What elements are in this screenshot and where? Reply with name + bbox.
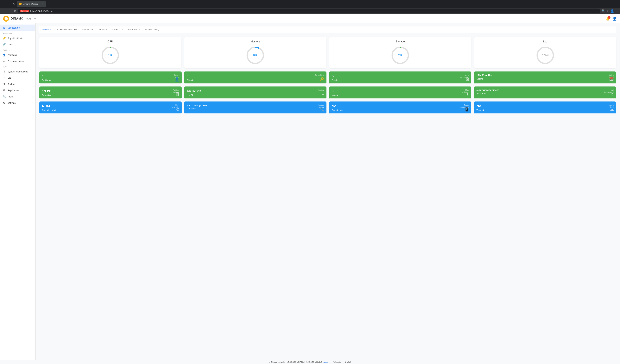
sidebar-item-replication[interactable]: ⊟ Replication bbox=[0, 87, 35, 93]
footer-company: Dinamo Networks bbox=[271, 361, 285, 363]
maximize-button[interactable]: ◻ bbox=[7, 2, 11, 6]
stat-uptime-label: Uptime bbox=[477, 78, 614, 80]
tab-general[interactable]: GENERAL bbox=[41, 27, 53, 33]
browser-window-controls[interactable]: — ◻ ✕ bbox=[2, 2, 16, 6]
storage-gauge-card: Storage 2% bbox=[329, 37, 471, 68]
log-gauge-title: Log bbox=[478, 40, 613, 43]
active-browser-tab[interactable]: Dinamo Webcon ✕ bbox=[17, 1, 46, 7]
dashboards-icon: ⊞ bbox=[2, 26, 6, 29]
backup-icon: ↺ bbox=[2, 82, 6, 86]
stat-base-size: 19 kB Base Size Partitions and objects 🗄 bbox=[39, 87, 182, 99]
stat-remote-access-label: Remote access bbox=[332, 109, 469, 111]
sidebar-item-log[interactable]: ≡ Log bbox=[0, 75, 35, 81]
stat-uptime: 17h 33m 49s Uptime Uptime period 📅 bbox=[474, 72, 616, 84]
sidebar-item-tools[interactable]: 🔧 Tools bbox=[0, 93, 35, 100]
hamburger-menu-icon[interactable]: ≡ bbox=[34, 17, 36, 20]
browser-chrome: — ◻ ✕ Dinamo Webcon ✕ + ⋮ bbox=[0, 0, 620, 8]
logo-icon bbox=[3, 16, 9, 22]
stat-partitions: 1 Partitions Storage areas 👤 bbox=[39, 72, 182, 84]
stat-base-size-label: Base Size bbox=[42, 94, 179, 96]
tab-cpu-memory[interactable]: CPU AND MEMORY bbox=[57, 27, 78, 33]
bookmark-icon[interactable]: ☆ bbox=[606, 9, 609, 13]
sidebar-label-backup: Backup bbox=[7, 83, 15, 85]
minimize-button[interactable]: — bbox=[2, 2, 6, 6]
stat-firmware: 5.3.0.0-58-g41750c2 Firmware Firmware ve… bbox=[184, 102, 326, 114]
user-profile-button[interactable]: 👤 bbox=[612, 17, 617, 21]
stat-log-size-value: 44.97 kB bbox=[187, 89, 324, 93]
stat-log-size-icon: ≡ bbox=[322, 92, 324, 97]
tab-title: Dinamo Webcon bbox=[23, 3, 38, 5]
cpu-gauge-title: CPU bbox=[43, 40, 178, 43]
stat-nodes-label: Nodes bbox=[332, 94, 469, 96]
browser-menu-icon[interactable]: ⋮ bbox=[615, 2, 618, 6]
tab-requests[interactable]: REQUESTS bbox=[127, 27, 141, 33]
sidebar-label-tools: Tools bbox=[7, 95, 13, 98]
search-icon[interactable]: 🔍 bbox=[602, 9, 605, 13]
reload-button[interactable]: ↻ bbox=[13, 9, 17, 13]
log-gauge-svg: 0.00% bbox=[536, 46, 555, 65]
tab-cryptos[interactable]: CRYPTOS bbox=[112, 27, 124, 33]
tab-sessions[interactable]: SESSIONS bbox=[82, 27, 94, 33]
tools-icon: 🔧 bbox=[2, 95, 6, 98]
storage-gauge-svg-wrap: 2% bbox=[333, 46, 468, 65]
footer-lang-pt[interactable]: Português bbox=[333, 361, 341, 363]
stat-objects-label: Objects bbox=[187, 79, 324, 81]
sidebar-item-partitions[interactable]: 👤 Partitions bbox=[0, 52, 35, 58]
tab-bar: Dinamo Webcon ✕ + bbox=[17, 1, 614, 7]
forward-button[interactable]: → bbox=[7, 9, 12, 13]
main-body: ⊞ Dashboards My partition 🔑 Keys/Certifi… bbox=[0, 23, 620, 360]
sidebar-item-system-informations[interactable]: ℹ System informations bbox=[0, 68, 35, 75]
footer-lang-en[interactable]: English bbox=[345, 361, 351, 363]
replication-icon: ⊟ bbox=[2, 89, 6, 92]
stat-remote-access: No Remote access Device management 📱 bbox=[329, 102, 471, 114]
system-info-icon: ℹ bbox=[2, 70, 6, 73]
tab-events[interactable]: EVENTS bbox=[98, 27, 108, 33]
stat-firmware-icon: 🔧 bbox=[319, 107, 324, 112]
footer-logo-icon: ○ bbox=[269, 361, 270, 363]
sidebar-item-password-policy[interactable]: 🛡 Password policy bbox=[0, 58, 35, 64]
footer-lang-check-icon: ✓ bbox=[342, 361, 343, 363]
storage-gauge-title: Storage bbox=[333, 40, 468, 43]
back-button[interactable]: ← bbox=[2, 9, 6, 13]
settings-icon: ⚙ bbox=[2, 101, 6, 104]
notification-button[interactable]: 🔔 1 bbox=[606, 17, 610, 21]
content-area: GENERAL CPU AND MEMORY SESSIONS EVENTS C… bbox=[35, 23, 620, 360]
sidebar-label-keys: Keys/Certificates bbox=[7, 37, 24, 40]
svg-text:1%: 1% bbox=[108, 54, 112, 57]
dashboard-tabs: GENERAL CPU AND MEMORY SESSIONS EVENTS C… bbox=[39, 27, 616, 33]
stats-row-3: NRM Operation Mode Norm restriction ⊙ 5.… bbox=[39, 102, 616, 114]
sidebar-item-settings[interactable]: ⚙ Settings bbox=[0, 100, 35, 106]
stat-nodes-value: 0 bbox=[332, 89, 469, 93]
tab-favicon bbox=[19, 2, 22, 5]
header-right: 🔔 1 👤 bbox=[606, 17, 617, 21]
url-text: https://127.0.0.1/#/home bbox=[30, 10, 53, 12]
memory-gauge-svg-wrap: 8% bbox=[188, 46, 323, 65]
stat-sync-point-value: 0x2A70106C5A74D6ED bbox=[477, 89, 614, 91]
stat-operation-mode-icon: ⊙ bbox=[176, 107, 179, 112]
sidebar-item-dashboards[interactable]: ⊞ Dashboards bbox=[0, 25, 35, 31]
footer-about-link[interactable]: About bbox=[324, 361, 328, 363]
stat-sessions: 5 Sessions Active connections ⊞ bbox=[329, 72, 471, 84]
new-tab-button[interactable]: + bbox=[46, 1, 51, 6]
sidebar-item-backup[interactable]: ↺ Backup bbox=[0, 81, 35, 87]
tab-close-button[interactable]: ✕ bbox=[42, 2, 44, 5]
storage-gauge-svg: 2% bbox=[390, 46, 410, 65]
partitions-icon: 👤 bbox=[2, 53, 6, 57]
sidebar-section-partitions: Partitions bbox=[0, 48, 35, 52]
tab-global-req[interactable]: GLOBAL REQ. bbox=[144, 27, 160, 33]
trusts-icon: 🔗 bbox=[2, 43, 6, 46]
sidebar-item-keys-certificates[interactable]: 🔑 Keys/Certificates bbox=[0, 35, 35, 41]
stat-sync-point-label: Sync Point bbox=[477, 92, 614, 94]
sidebar-item-trusts[interactable]: 🔗 Trusts bbox=[0, 41, 35, 48]
sidebar-label-password-policy: Password policy bbox=[7, 60, 24, 62]
profile-icon[interactable]: 👤 bbox=[610, 9, 614, 13]
stat-log-size: 44.97 kB Log Size Event log ≡ bbox=[184, 87, 326, 99]
stat-telemetry-label: Telemetry bbox=[477, 109, 614, 111]
stats-row-2: 19 kB Base Size Partitions and objects 🗄… bbox=[39, 87, 616, 99]
stat-sessions-label: Sessions bbox=[332, 79, 469, 81]
close-button[interactable]: ✕ bbox=[12, 2, 16, 6]
stat-operation-mode-value: NRM bbox=[42, 104, 179, 108]
browser-tool-icons: 🔍 ☆ 👤 ⋮ bbox=[602, 9, 618, 13]
more-options-icon[interactable]: ⋮ bbox=[615, 9, 618, 13]
address-bar[interactable]: Inseguro https://127.0.0.1/#/home bbox=[18, 9, 600, 13]
